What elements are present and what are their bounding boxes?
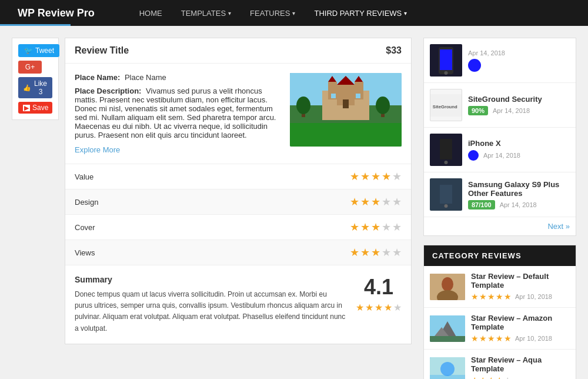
sidebar-top-section: Apr 14, 2018 SiteGround SiteGround Secur… [423, 38, 576, 236]
samsung-badge: 87/100 [468, 200, 495, 210]
summary-title: Summary [75, 275, 346, 284]
cat-date-amazon: Apr 10, 2018 [515, 335, 552, 342]
sidebar-item-iphone[interactable]: iPhone X Apr 14, 2018 [424, 128, 576, 172]
cat-item-title-amazon: Star Review – Amazon Template [471, 314, 570, 331]
circle-blue-icon [468, 59, 481, 72]
svg-point-14 [296, 97, 310, 114]
sidebar-item-samsung[interactable]: Samsung Galaxy S9 Plus Other Features 87… [424, 172, 576, 217]
svg-point-19 [445, 71, 448, 75]
cat-stars-amazon: ★ ★ ★ ★ ★ [471, 334, 512, 343]
rating-views: Views ★ ★ ★ ★ ★ [65, 240, 411, 265]
cat-thumb-aqua [430, 357, 465, 380]
features-dropdown-arrow: ▾ [292, 10, 295, 16]
svg-rect-12 [356, 94, 360, 98]
templates-dropdown-arrow: ▾ [228, 10, 231, 16]
samsung-info: Samsung Galaxy S9 Plus Other Features 87… [468, 180, 570, 210]
review-box: Review Title $33 Place Name: Place Name … [65, 38, 412, 344]
category-reviews-section: CATEGORY REVIEWS Star Review – Default T… [423, 245, 576, 379]
nav-home[interactable]: HOME [130, 0, 172, 26]
third-party-dropdown-arrow: ▾ [404, 10, 407, 16]
cat-item-default[interactable]: Star Review – Default Template ★ ★ ★ ★ ★… [424, 266, 576, 308]
social-buttons-panel: 🐦 Tweet G+ 👍 Like 3 ▶ Save [12, 38, 59, 120]
rating-cover: Cover ★ ★ ★ ★ ★ [65, 215, 411, 240]
iphone-info: iPhone X Apr 14, 2018 [468, 139, 570, 161]
summary-body: Donec tempus quam ut lacus viverra solli… [75, 289, 346, 334]
rating-cover-stars: ★ ★ ★ ★ ★ [350, 221, 402, 234]
next-link[interactable]: Next » [424, 217, 576, 235]
nav-templates[interactable]: TEMPLATES ▾ [172, 0, 240, 26]
cat-date-default: Apr 10, 2018 [515, 293, 552, 300]
place-name-label: Place Name: [75, 73, 120, 82]
siteground-badge: 90% [468, 106, 488, 115]
svg-point-37 [440, 362, 455, 376]
save-icon: ▶ [23, 105, 30, 111]
sidebar-item-date-top: Apr 14, 2018 [468, 49, 570, 56]
svg-point-16 [376, 97, 390, 114]
rating-cover-label: Cover [75, 223, 95, 232]
svg-rect-10 [343, 99, 349, 108]
summary-score-stars: ★ ★ ★ ★ ★ [356, 302, 402, 313]
summary-score-box: 4.1 ★ ★ ★ ★ ★ [356, 275, 402, 313]
siteground-title: SiteGround Security [468, 95, 570, 104]
cat-item-info-aqua: Star Review – Aqua Template ★ ★ ★ ★ ★ [471, 355, 570, 379]
save-button[interactable]: ▶ Save [18, 102, 52, 114]
iphone-date: Apr 14, 2018 [483, 152, 520, 159]
siteground-date: Apr 14, 2018 [493, 107, 530, 114]
rating-design-label: Design [75, 198, 98, 207]
cat-item-amazon[interactable]: Star Review – Amazon Template ★ ★ ★ ★ ★ … [424, 308, 576, 350]
sidebar-item-apple-top: Apr 14, 2018 [424, 38, 576, 83]
sidebar-item-info-top: Apr 14, 2018 [468, 49, 570, 72]
cat-stars-aqua: ★ ★ ★ ★ ★ [471, 375, 512, 379]
samsung-thumb [430, 178, 462, 211]
svg-rect-26 [440, 185, 452, 204]
sidebar-item-siteground[interactable]: SiteGround SiteGround Security 90% Apr 1… [424, 83, 576, 128]
category-reviews-header: CATEGORY REVIEWS [424, 245, 576, 266]
summary-section: Summary Donec tempus quam ut lacus viver… [65, 265, 411, 344]
review-price: $33 [386, 45, 402, 56]
rating-views-label: Views [75, 248, 95, 257]
place-desc-label: Place Description: [75, 87, 141, 95]
svg-rect-34 [430, 336, 465, 342]
iphone-thumb [430, 134, 462, 166]
summary-text: Summary Donec tempus quam ut lacus viver… [75, 275, 346, 334]
svg-rect-11 [331, 94, 336, 98]
samsung-date: Apr 14, 2018 [500, 201, 537, 208]
nav-third-party-reviews[interactable]: THIRD PARTY REVIEWS ▾ [305, 0, 416, 26]
explore-more-link[interactable]: Explore More [75, 145, 120, 154]
cat-item-info-default: Star Review – Default Template ★ ★ ★ ★ ★… [471, 272, 570, 301]
svg-text:SiteGround: SiteGround [433, 104, 457, 109]
cat-thumb-amazon [430, 315, 465, 342]
rating-value-label: Value [75, 172, 93, 181]
svg-point-29 [442, 277, 453, 291]
site-logo: WP Review Pro [18, 7, 95, 19]
cat-thumb-default [430, 274, 465, 300]
cat-stars-default: ★ ★ ★ ★ ★ [471, 292, 512, 301]
samsung-title: Samsung Galaxy S9 Plus Other Features [468, 180, 570, 198]
rating-design-stars: ★ ★ ★ ★ ★ [350, 195, 402, 208]
samsung-meta: 87/100 Apr 14, 2018 [468, 200, 570, 210]
svg-rect-18 [440, 49, 452, 70]
iphone-title: iPhone X [468, 139, 570, 148]
cat-item-title-default: Star Review – Default Template [471, 272, 570, 290]
facebook-like-button[interactable]: 👍 Like 3 [18, 77, 52, 98]
cat-item-aqua[interactable]: Star Review – Aqua Template ★ ★ ★ ★ ★ [424, 350, 576, 379]
summary-score: 4.1 [356, 275, 402, 300]
svg-point-27 [445, 204, 448, 208]
twitter-icon: 🐦 [24, 46, 33, 55]
rating-value: Value ★ ★ ★ ★ ★ [65, 164, 411, 190]
sidebar-item-thumb-phone-top [430, 44, 462, 77]
nav-progress-bar [0, 24, 71, 26]
siteground-meta: 90% Apr 14, 2018 [468, 106, 570, 115]
cat-item-info-amazon: Star Review – Amazon Template ★ ★ ★ ★ ★ … [471, 314, 570, 343]
tweet-button[interactable]: 🐦 Tweet [18, 44, 59, 57]
review-text-block: Place Name: Place Name Place Description… [75, 73, 280, 154]
review-content: Place Name: Place Name Place Description… [65, 64, 411, 164]
google-plus-button[interactable]: G+ [18, 61, 42, 74]
rating-value-stars: ★ ★ ★ ★ ★ [350, 170, 402, 183]
facebook-icon: 👍 [23, 84, 31, 92]
review-header: Review Title $33 [65, 38, 411, 64]
rating-rows: Value ★ ★ ★ ★ ★ Design ★ ★ ★ ★ [65, 164, 411, 265]
review-title: Review Title [75, 45, 129, 56]
rating-design: Design ★ ★ ★ ★ ★ [65, 190, 411, 215]
nav-features[interactable]: FEATURES ▾ [240, 0, 305, 26]
